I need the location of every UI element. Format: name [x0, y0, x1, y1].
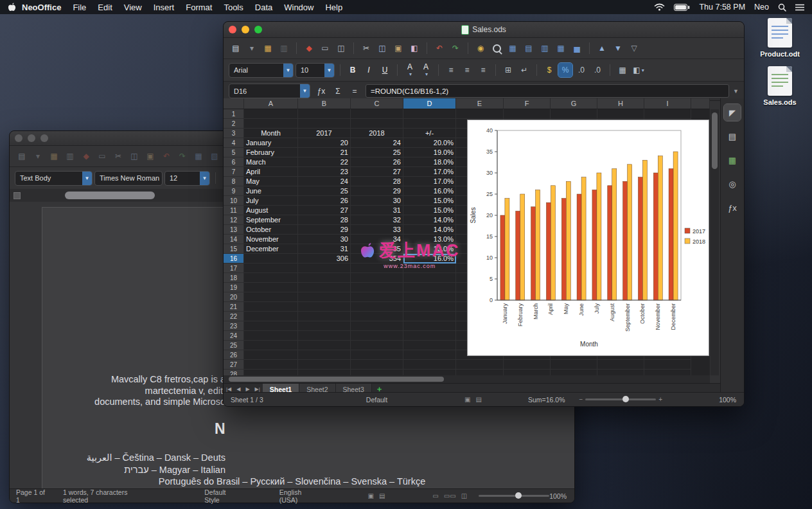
copy-icon[interactable]: ◫ — [127, 149, 141, 163]
cell-D10[interactable]: 15.0% — [403, 196, 456, 206]
cell-C25[interactable] — [351, 341, 403, 350]
autofilter-icon[interactable]: ▽ — [627, 41, 641, 55]
background-color-icon[interactable]: ◧▾ — [631, 63, 646, 77]
font-size-select[interactable]: 12 ▼ — [164, 171, 210, 186]
row-header-19[interactable]: 19 — [224, 283, 244, 292]
cell-B11[interactable]: 27 — [298, 206, 351, 215]
cell-B7[interactable]: 23 — [298, 167, 351, 177]
cell-C12[interactable]: 32 — [351, 215, 403, 225]
save-icon[interactable]: ▥ — [63, 149, 77, 163]
redo-icon[interactable]: ↷ — [448, 41, 463, 55]
cell-C23[interactable] — [351, 321, 403, 331]
sort-ascending-icon[interactable]: ▲ — [595, 41, 609, 55]
row-header-20[interactable]: 20 — [224, 292, 244, 302]
undo-icon[interactable]: ↶ — [432, 41, 446, 55]
sum-indicator[interactable]: Sum=16.0% — [528, 396, 565, 404]
cell-H28[interactable] — [597, 370, 644, 375]
cell-G27[interactable] — [551, 360, 597, 370]
copy-icon[interactable]: ◫ — [375, 41, 389, 55]
cell-C6[interactable]: 26 — [351, 157, 403, 167]
navigator-icon[interactable]: ▦ — [506, 41, 520, 55]
cell-D6[interactable]: 18.0% — [403, 157, 456, 167]
zoom-slider-thumb[interactable] — [622, 396, 629, 402]
cell-A25[interactable] — [244, 341, 298, 350]
cell-D23[interactable] — [403, 321, 456, 331]
apple-menu-icon[interactable] — [8, 3, 16, 12]
cell-C19[interactable] — [351, 283, 403, 292]
cell-D9[interactable]: 16.0% — [403, 186, 456, 196]
cell-D4[interactable]: 20.0% — [403, 138, 456, 148]
row-header-25[interactable]: 25 — [224, 341, 244, 350]
cell-A19[interactable] — [244, 283, 298, 292]
text-language[interactable]: English (USA) — [279, 488, 320, 504]
menu-insert[interactable]: Insert — [154, 3, 175, 12]
user-menu[interactable]: Neo — [754, 3, 769, 12]
cell-D13[interactable]: 14.0% — [403, 225, 456, 235]
sidebar-navigator-icon[interactable]: ◎ — [724, 175, 741, 192]
cell-B23[interactable] — [298, 321, 351, 331]
cell-D8[interactable]: 17.0% — [403, 177, 456, 186]
open-icon[interactable]: ▦ — [261, 41, 275, 55]
document-body-text[interactable]: Mavcally C8 fretros,cap is amartectemia … — [94, 374, 225, 408]
app-name[interactable]: NeoOffice — [22, 3, 61, 12]
save-icon[interactable]: ▥ — [277, 41, 291, 55]
menu-format[interactable]: Format — [186, 3, 212, 12]
cell-D22[interactable] — [403, 312, 456, 321]
minimize-button[interactable] — [242, 26, 249, 33]
language-list-cut[interactable]: العربية – Čeština – Dansk – Deutsעברית –… — [87, 452, 225, 476]
cell-B14[interactable]: 30 — [298, 235, 351, 244]
row-header-23[interactable]: 23 — [224, 321, 244, 331]
cell-D19[interactable] — [403, 283, 456, 292]
highlighting-color-dropdown-icon[interactable]: ▾ — [425, 71, 428, 77]
cell-A13[interactable]: October — [244, 225, 298, 235]
cell-D12[interactable]: 14.0% — [403, 215, 456, 225]
margin-marker[interactable] — [13, 192, 21, 199]
merge-cells-icon[interactable]: ⊞ — [501, 63, 515, 77]
horizontal-scrollbar-thumb[interactable] — [229, 377, 444, 382]
sidebar-styles-icon[interactable]: ▤ — [724, 128, 741, 145]
battery-icon[interactable] — [674, 4, 690, 11]
font-name-select[interactable]: Arial ▼ — [229, 63, 294, 78]
underline-icon[interactable]: U — [378, 63, 392, 77]
desktop-icon-product[interactable]: Product.odt — [755, 18, 804, 58]
cell-A20[interactable] — [244, 292, 298, 302]
selection-mode-icon[interactable]: ▤ — [476, 396, 482, 403]
insert-mode-icon[interactable]: ▣ — [464, 396, 470, 403]
sidebar-functions-icon[interactable]: ƒx — [724, 199, 741, 216]
cell-G28[interactable] — [551, 370, 597, 375]
column-header-E[interactable]: E — [456, 98, 504, 109]
row-header-14[interactable]: 14 — [224, 235, 244, 244]
cell-I27[interactable] — [644, 360, 691, 370]
cell-H27[interactable] — [597, 360, 644, 370]
wifi-icon[interactable] — [654, 3, 665, 11]
cell-D2[interactable] — [403, 119, 456, 129]
cell-I28[interactable] — [644, 370, 691, 375]
row-header-26[interactable]: 26 — [224, 350, 244, 360]
embedded-chart[interactable]: 0510152025303540JanuaryFebruaryMarchApri… — [467, 120, 709, 356]
cell-A1[interactable] — [244, 109, 298, 119]
cell-A3[interactable]: Month — [244, 129, 298, 138]
zoom-button[interactable] — [254, 26, 262, 33]
menu-tools[interactable]: Tools — [224, 3, 243, 12]
cell-A26[interactable] — [244, 350, 298, 360]
column-header-B[interactable]: B — [298, 98, 351, 109]
horizontal-scrollbar[interactable] — [224, 375, 710, 383]
cell-A10[interactable]: July — [244, 196, 298, 206]
cell-B21[interactable] — [298, 302, 351, 312]
export-pdf-icon[interactable]: ◆ — [302, 41, 316, 55]
cell-A2[interactable] — [244, 119, 298, 129]
zoom-in-icon[interactable]: + — [658, 396, 662, 403]
sum-icon[interactable]: Σ — [331, 85, 345, 98]
cell-A18[interactable] — [244, 273, 298, 283]
paste-icon[interactable]: ▣ — [391, 41, 405, 55]
notification-center-icon[interactable] — [795, 4, 804, 11]
font-color-icon[interactable]: A▾ — [403, 63, 417, 77]
column-header-D[interactable]: D — [403, 98, 456, 109]
cell-B12[interactable]: 28 — [298, 215, 351, 225]
cell-B22[interactable] — [298, 312, 351, 321]
sort-icon[interactable]: ▤ — [522, 41, 536, 55]
cell-B15[interactable]: 31 — [298, 244, 351, 254]
zoom-button[interactable] — [40, 134, 48, 142]
bold-icon[interactable]: B — [346, 63, 360, 77]
cell-D27[interactable] — [403, 360, 456, 370]
